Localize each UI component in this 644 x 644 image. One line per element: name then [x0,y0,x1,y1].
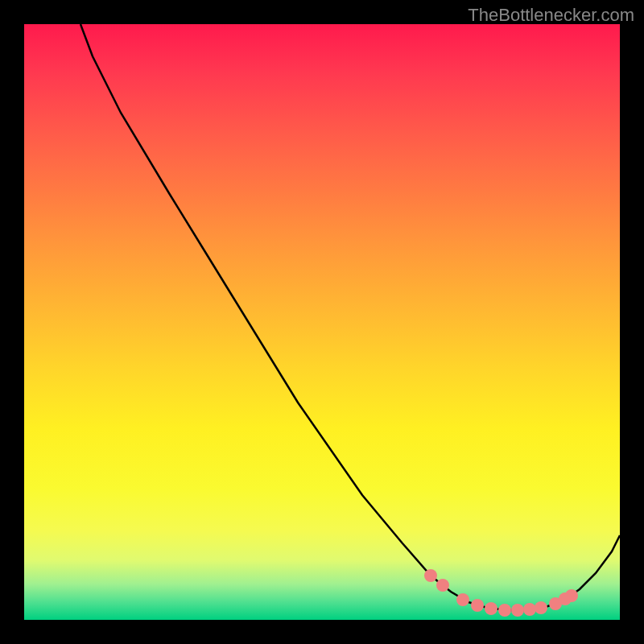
curve-markers [424,569,578,617]
marker-point [498,604,511,617]
marker-point [471,599,484,612]
chart-svg [24,24,620,620]
bottleneck-curve [80,24,620,610]
attribution-text: TheBottlenecker.com [468,5,634,26]
plot-area [24,24,620,620]
marker-point [523,603,536,616]
marker-point [535,601,547,614]
marker-point [511,604,524,617]
marker-point [456,593,469,606]
marker-point [485,602,497,615]
marker-point [424,569,437,582]
marker-point [436,579,449,592]
marker-point [565,589,578,602]
